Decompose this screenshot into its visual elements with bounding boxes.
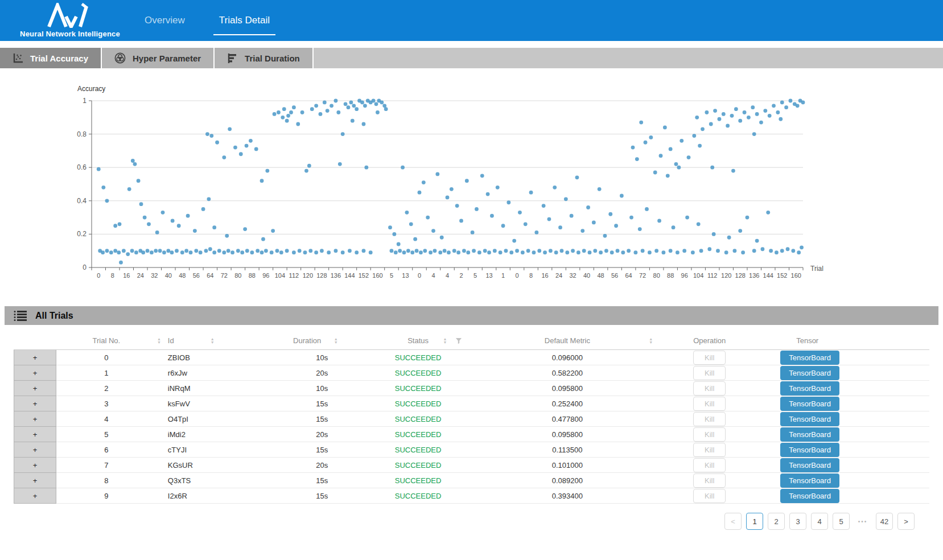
scatter-point[interactable] bbox=[614, 224, 618, 228]
scatter-point[interactable] bbox=[797, 250, 801, 254]
scatter-point[interactable] bbox=[599, 250, 603, 254]
scatter-point[interactable] bbox=[755, 239, 759, 243]
scatter-point[interactable] bbox=[747, 116, 751, 120]
scatter-point[interactable] bbox=[692, 134, 696, 138]
pagination-page-4[interactable]: 4 bbox=[811, 513, 828, 530]
expand-row-button[interactable]: + bbox=[14, 427, 56, 442]
scatter-point[interactable] bbox=[780, 249, 784, 253]
scatter-point[interactable] bbox=[586, 205, 590, 209]
scatter-point[interactable] bbox=[426, 216, 430, 220]
expand-row-button[interactable]: + bbox=[14, 411, 56, 426]
scatter-point[interactable] bbox=[477, 250, 481, 254]
scatter-point[interactable] bbox=[515, 249, 519, 253]
scatter-point[interactable] bbox=[282, 107, 286, 111]
scatter-point[interactable] bbox=[334, 249, 338, 253]
scatter-point[interactable] bbox=[727, 236, 731, 240]
tensorboard-button[interactable]: TensorBoard bbox=[780, 412, 839, 426]
scatter-point[interactable] bbox=[207, 197, 211, 201]
scatter-point[interactable] bbox=[429, 250, 433, 254]
kill-button[interactable]: Kill bbox=[693, 381, 726, 396]
scatter-point[interactable] bbox=[175, 249, 179, 253]
scatter-point[interactable] bbox=[784, 105, 788, 109]
scatter-point[interactable] bbox=[576, 250, 580, 254]
scatter-point[interactable] bbox=[796, 104, 800, 108]
scatter-point[interactable] bbox=[228, 127, 232, 131]
expand-row-button[interactable]: + bbox=[14, 365, 56, 380]
tab-trial-accuracy[interactable]: Trial Accuracy bbox=[0, 48, 102, 68]
scatter-point[interactable] bbox=[304, 169, 308, 173]
scatter-point[interactable] bbox=[360, 101, 364, 105]
scatter-point[interactable] bbox=[682, 249, 686, 253]
scatter-point[interactable] bbox=[97, 167, 101, 171]
scatter-point[interactable] bbox=[250, 250, 254, 254]
scatter-point[interactable] bbox=[789, 99, 793, 103]
scatter-point[interactable] bbox=[543, 250, 547, 254]
scatter-point[interactable] bbox=[245, 249, 249, 253]
scatter-point[interactable] bbox=[801, 101, 805, 105]
scatter-point[interactable] bbox=[101, 250, 105, 254]
scatter-point[interactable] bbox=[677, 166, 681, 170]
scatter-point[interactable] bbox=[126, 252, 130, 256]
scatter-point[interactable] bbox=[348, 249, 352, 253]
scatter-point[interactable] bbox=[298, 249, 302, 253]
scatter-point[interactable] bbox=[710, 166, 714, 170]
kill-button[interactable]: Kill bbox=[693, 427, 726, 442]
scatter-point[interactable] bbox=[629, 216, 633, 220]
scatter-point[interactable] bbox=[560, 249, 564, 253]
scatter-point[interactable] bbox=[446, 196, 450, 200]
scatter-point[interactable] bbox=[722, 112, 726, 116]
scatter-point[interactable] bbox=[394, 250, 398, 254]
scatter-point[interactable] bbox=[680, 139, 683, 143]
scatter-point[interactable] bbox=[691, 250, 695, 254]
scatter-point[interactable] bbox=[772, 104, 776, 108]
scatter-point[interactable] bbox=[471, 230, 475, 234]
scatter-point[interactable] bbox=[341, 250, 345, 254]
scatter-point[interactable] bbox=[542, 204, 546, 208]
accuracy-scatter-plot[interactable]: 00.20.40.60.8108162432404856647280889610… bbox=[0, 68, 943, 293]
scatter-point[interactable] bbox=[397, 242, 401, 246]
scatter-point[interactable] bbox=[189, 250, 193, 254]
scatter-point[interactable] bbox=[709, 122, 713, 126]
sort-icon[interactable]: ▲▼ bbox=[443, 337, 447, 344]
scatter-point[interactable] bbox=[161, 211, 165, 215]
scatter-point[interactable] bbox=[166, 249, 170, 253]
scatter-point[interactable] bbox=[669, 249, 673, 253]
scatter-point[interactable] bbox=[146, 249, 150, 253]
scatter-point[interactable] bbox=[687, 155, 691, 159]
scatter-point[interactable] bbox=[592, 220, 596, 224]
scatter-point[interactable] bbox=[147, 222, 151, 226]
scatter-point[interactable] bbox=[338, 162, 342, 166]
scatter-point[interactable] bbox=[487, 250, 491, 254]
scatter-point[interactable] bbox=[362, 249, 366, 253]
tab-hyper-parameter[interactable]: Hyper Parameter bbox=[102, 48, 215, 68]
scatter-point[interactable] bbox=[480, 174, 484, 178]
scatter-point[interactable] bbox=[193, 229, 197, 233]
scatter-point[interactable] bbox=[233, 146, 237, 150]
scatter-point[interactable] bbox=[186, 214, 190, 218]
scatter-point[interactable] bbox=[648, 250, 652, 254]
scatter-point[interactable] bbox=[352, 104, 356, 108]
scatter-point[interactable] bbox=[300, 110, 304, 114]
scatter-point[interactable] bbox=[122, 249, 126, 253]
scatter-point[interactable] bbox=[369, 250, 373, 254]
scatter-point[interactable] bbox=[440, 236, 444, 240]
tensorboard-button[interactable]: TensorBoard bbox=[780, 397, 839, 411]
scatter-point[interactable] bbox=[286, 114, 290, 118]
nav-item-trials-detail[interactable]: Trials Detail bbox=[218, 13, 271, 28]
scatter-point[interactable] bbox=[215, 141, 219, 145]
scatter-point[interactable] bbox=[260, 179, 264, 183]
expand-row-button[interactable]: + bbox=[14, 381, 56, 396]
scatter-point[interactable] bbox=[659, 154, 663, 158]
scatter-point[interactable] bbox=[279, 250, 283, 254]
pagination-prev-button[interactable]: < bbox=[724, 513, 742, 530]
scatter-point[interactable] bbox=[137, 179, 141, 183]
scatter-point[interactable] bbox=[532, 250, 536, 254]
scatter-point[interactable] bbox=[779, 117, 783, 121]
scatter-point[interactable] bbox=[308, 249, 312, 253]
scatter-point[interactable] bbox=[554, 250, 558, 254]
scatter-point[interactable] bbox=[712, 232, 716, 236]
scatter-point[interactable] bbox=[524, 222, 528, 226]
scatter-point[interactable] bbox=[131, 159, 135, 163]
scatter-point[interactable] bbox=[447, 250, 451, 254]
scatter-point[interactable] bbox=[506, 200, 510, 204]
